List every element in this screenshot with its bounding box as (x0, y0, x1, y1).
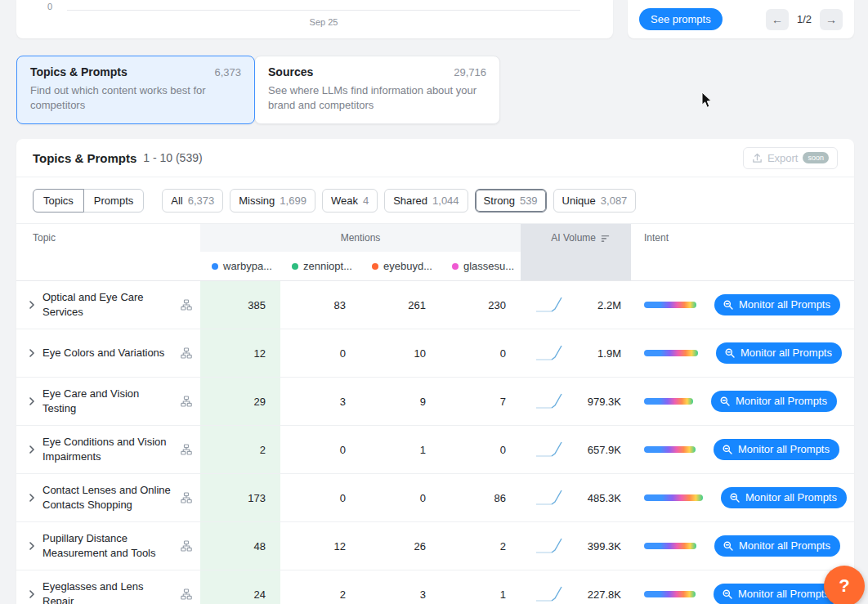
export-icon (752, 153, 763, 163)
monitor-button-label: Monitor all Prompts (736, 395, 827, 407)
mention-cell: 385 (200, 281, 280, 329)
expand-chevron-icon[interactable] (28, 542, 36, 550)
filter-chip-all[interactable]: All 6,373 (162, 189, 223, 213)
mention-cell: 3 (280, 378, 360, 425)
competitor-name: glassesu... (463, 260, 514, 272)
competitor-header-warbyparker: warbypa... (200, 252, 280, 280)
monitor-all-prompts-button[interactable]: Monitor all Prompts (714, 439, 839, 460)
mention-cell: 83 (280, 281, 360, 329)
mention-cell: 1 (360, 426, 441, 473)
ai-volume-header-fill (521, 252, 631, 280)
hierarchy-icon[interactable] (181, 347, 192, 359)
monitor-button-label: Monitor all Prompts (738, 588, 830, 600)
header-spacer (631, 252, 854, 280)
view-toggle-prompts[interactable]: Prompts (83, 189, 144, 213)
topic-name: Eye Conditions and Vision Impairments (43, 435, 174, 463)
prev-page-button[interactable]: ← (766, 9, 789, 30)
hierarchy-icon[interactable] (181, 396, 192, 407)
monitor-magnifier-icon (719, 396, 731, 407)
filter-chip-unique[interactable]: Unique 3,087 (553, 189, 637, 213)
competitor-dot (372, 263, 378, 270)
hierarchy-icon[interactable] (181, 588, 192, 600)
table-row: Contact Lenses and Online Contacts Shopp… (16, 474, 854, 522)
filter-chip-strong[interactable]: Strong 539 (475, 189, 547, 213)
monitor-magnifier-icon (722, 588, 733, 600)
intent-distribution-bar (644, 302, 696, 308)
expand-chevron-icon[interactable] (28, 349, 36, 357)
hierarchy-icon[interactable] (181, 492, 192, 503)
sort-icon (601, 234, 610, 243)
hierarchy-icon[interactable] (181, 299, 192, 311)
monitor-all-prompts-button[interactable]: Monitor all Prompts (716, 342, 842, 364)
intent-distribution-bar (644, 543, 696, 549)
competitor-header-zennioptical: zenniopt... (280, 252, 360, 280)
mouse-cursor (701, 92, 714, 109)
expand-chevron-icon[interactable] (28, 397, 36, 405)
tab-card-sources[interactable]: Sources 29,716 See where LLMs find infor… (254, 56, 500, 124)
topics-prompts-panel: Topics & Prompts 1 - 10 (539) Export soo… (16, 139, 854, 604)
filter-chip-shared[interactable]: Shared 1,044 (384, 189, 468, 213)
trend-sparkline (534, 294, 565, 315)
next-page-button[interactable]: → (820, 9, 843, 30)
expand-chevron-icon[interactable] (28, 590, 36, 598)
expand-chevron-icon[interactable] (28, 494, 36, 502)
filter-chip-missing[interactable]: Missing 1,699 (230, 189, 315, 213)
ai-volume-cell: 227.8K (521, 570, 631, 604)
topic-cell: Eye Care and Vision Testing (16, 378, 200, 425)
hierarchy-icon[interactable] (181, 444, 192, 455)
view-toggle-label: Topics (43, 195, 74, 207)
table-row: Optical and Eye Care Services 385 83 261… (16, 281, 854, 329)
mention-cell: 0 (441, 426, 521, 473)
mention-cell: 2 (200, 426, 280, 473)
mention-cell: 173 (200, 474, 280, 521)
export-label: Export (767, 152, 799, 164)
card-description: Find out which content works best for co… (30, 83, 241, 112)
monitor-all-prompts-button[interactable]: Monitor all Prompts (714, 584, 839, 604)
monitor-all-prompts-button[interactable]: Monitor all Prompts (714, 535, 840, 557)
help-question-icon: ? (839, 575, 849, 597)
arrow-right-icon: → (825, 13, 837, 26)
expand-chevron-icon[interactable] (28, 445, 36, 454)
monitor-button-label: Monitor all Prompts (745, 491, 837, 503)
expand-chevron-icon[interactable] (28, 301, 36, 309)
monitor-all-prompts-button[interactable]: Monitor all Prompts (711, 391, 837, 412)
intent-cell: Monitor all Prompts (631, 426, 854, 473)
ai-volume-value: 657.9K (588, 444, 621, 456)
column-header-ai-volume[interactable]: AI Volume (521, 224, 631, 252)
mention-cell: 0 (280, 329, 360, 377)
chip-count: 1,699 (280, 195, 306, 207)
topic-cell: Eye Colors and Variations (16, 329, 200, 377)
ai-volume-header-label: AI Volume (551, 232, 596, 244)
mention-cell: 86 (441, 474, 521, 521)
chip-label: All (171, 195, 182, 207)
hierarchy-icon[interactable] (181, 540, 192, 552)
filter-chips: All 6,373 Missing 1,699 Weak 4 Shared 1,… (162, 189, 636, 213)
competitor-header-eyebuydirect: eyebuyd... (360, 252, 441, 280)
monitor-all-prompts-button[interactable]: Monitor all Prompts (721, 487, 847, 508)
chip-count: 4 (363, 195, 369, 207)
table-row: Pupillary Distance Measurement and Tools… (16, 522, 854, 570)
panel-range: 1 - 10 (539) (143, 151, 202, 164)
mention-cell: 12 (200, 329, 280, 377)
ai-volume-value: 1.9M (597, 347, 621, 360)
view-toggle-topics[interactable]: Topics (33, 189, 84, 213)
tab-card-topics-prompts[interactable]: Topics & Prompts 6,373 Find out which co… (16, 56, 255, 124)
arrow-left-icon: ← (772, 13, 783, 26)
see-prompts-button[interactable]: See prompts (639, 8, 723, 30)
topic-cell: Eye Conditions and Vision Impairments (16, 426, 200, 473)
export-button[interactable]: Export soon (743, 147, 838, 169)
monitor-all-prompts-button[interactable]: Monitor all Prompts (714, 294, 840, 315)
trend-chart-card: 0 Sep 25 (16, 0, 613, 38)
mention-cell: 261 (360, 281, 441, 329)
table-row: Eye Colors and Variations 12 0 10 0 1.9M… (16, 329, 854, 378)
ai-volume-cell: 657.9K (521, 426, 631, 473)
table-row: Eyeglasses and Lens Repair 24 2 3 1 227.… (16, 570, 854, 604)
trend-sparkline (534, 439, 565, 460)
chip-label: Unique (562, 195, 596, 207)
monitor-button-label: Monitor all Prompts (738, 443, 830, 455)
filter-chip-weak[interactable]: Weak 4 (322, 189, 378, 213)
soon-badge: soon (803, 152, 829, 163)
help-button[interactable]: ? (824, 566, 865, 604)
mention-cell: 7 (441, 378, 521, 425)
mention-cell: 24 (200, 570, 280, 604)
